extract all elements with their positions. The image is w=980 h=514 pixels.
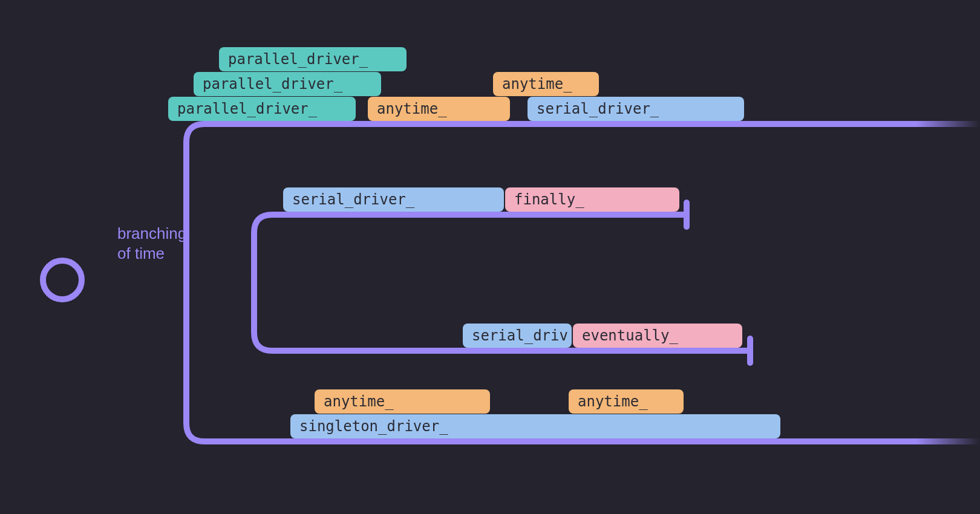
tag-parallel-driver-3: parallel_driver_ bbox=[168, 97, 356, 121]
svg-text:parallel_driver_: parallel_driver_ bbox=[228, 51, 368, 68]
tag-serial-driver-mid: serial_driver_ bbox=[283, 187, 504, 212]
tag-parallel-driver-2: parallel_driver_ bbox=[194, 72, 381, 96]
svg-text:serial_driver_: serial_driver_ bbox=[292, 191, 415, 208]
tag-finally: finally_ bbox=[505, 187, 679, 212]
svg-text:eventually_: eventually_ bbox=[582, 327, 678, 344]
svg-text:singleton_driver_: singleton_driver_ bbox=[299, 418, 448, 435]
branching-diagram: branching of time parallel_driver_ anyti… bbox=[0, 0, 980, 514]
tag-serial-driver-top: serial_driver_ bbox=[528, 97, 744, 121]
origin-node bbox=[43, 261, 82, 299]
tag-anytime-top2: anytime_ bbox=[493, 72, 599, 96]
svg-text:anytime_: anytime_ bbox=[377, 100, 447, 117]
tag-parallel-driver-1: parallel_driver_ bbox=[219, 47, 407, 71]
svg-text:serial_driver_: serial_driver_ bbox=[537, 100, 659, 117]
svg-text:anytime_: anytime_ bbox=[578, 393, 648, 410]
tag-singleton-driver: singleton_driver_ bbox=[290, 414, 780, 438]
svg-text:anytime_: anytime_ bbox=[324, 393, 394, 410]
tag-anytime-bot1: anytime_ bbox=[315, 389, 490, 414]
tag-serial-driver-trunc: serial_driv bbox=[463, 324, 572, 348]
svg-text:parallel_driver_: parallel_driver_ bbox=[177, 100, 318, 117]
tag-eventually: eventually_ bbox=[573, 324, 742, 348]
branch-2 bbox=[254, 215, 687, 280]
tag-anytime-top1: anytime_ bbox=[368, 97, 510, 121]
svg-text:parallel_driver_: parallel_driver_ bbox=[203, 76, 343, 93]
caption-line1: branching bbox=[117, 224, 186, 242]
svg-text:finally_: finally_ bbox=[514, 191, 584, 208]
caption-line2: of time bbox=[117, 244, 165, 262]
svg-text:anytime_: anytime_ bbox=[502, 76, 572, 93]
tag-anytime-bot2: anytime_ bbox=[569, 389, 684, 414]
svg-text:serial_driv: serial_driv bbox=[472, 327, 568, 344]
